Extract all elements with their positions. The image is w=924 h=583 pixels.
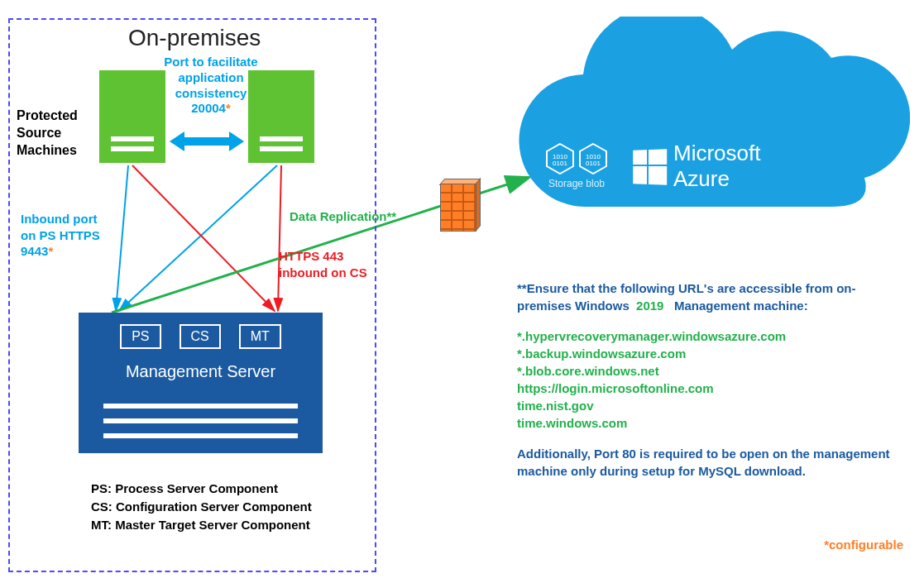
configurable-note: *configurable [824, 538, 903, 552]
firewall-icon [437, 179, 480, 237]
data-replication-label: Data Replication** [290, 209, 396, 223]
svg-text:0101: 0101 [586, 160, 601, 167]
storage-blob-icon: 10100101 [546, 143, 574, 174]
svg-text:0101: 0101 [553, 160, 567, 167]
source-server-icon [99, 70, 165, 163]
bidirectional-arrow-icon [170, 131, 244, 151]
on-premises-title: On-premises [128, 25, 261, 51]
storage-blob-icon: 10100101 [579, 143, 607, 174]
storage-blob-label: Storage blob [548, 178, 605, 189]
component-legend: PS: Process Server Component CS: Configu… [91, 480, 312, 533]
management-server-label: Management Server [79, 362, 323, 381]
protected-source-label: Protected Source Machines [17, 108, 78, 159]
inbound-port-label: Inbound port on PS HTTPS 9443* [21, 211, 112, 260]
https443-label: HTTPS 443 inbound on CS [279, 248, 370, 280]
management-server-icon: PS CS MT Management Server [79, 313, 323, 453]
windows-logo-icon [633, 149, 665, 183]
azure-logo: Microsoft Azure [632, 141, 760, 192]
cs-box: CS [180, 324, 221, 349]
source-server-icon [248, 70, 314, 163]
azure-cloud-icon [488, 17, 910, 256]
mt-box: MT [239, 324, 281, 349]
cloud-content: 10100101 10100101 Storage blob Microsoft… [546, 141, 877, 192]
url-notes: **Ensure that the following URL's are ac… [517, 280, 898, 480]
port-consistency-label: Port to facilitate application consisten… [161, 55, 261, 117]
ps-box: PS [120, 324, 160, 349]
